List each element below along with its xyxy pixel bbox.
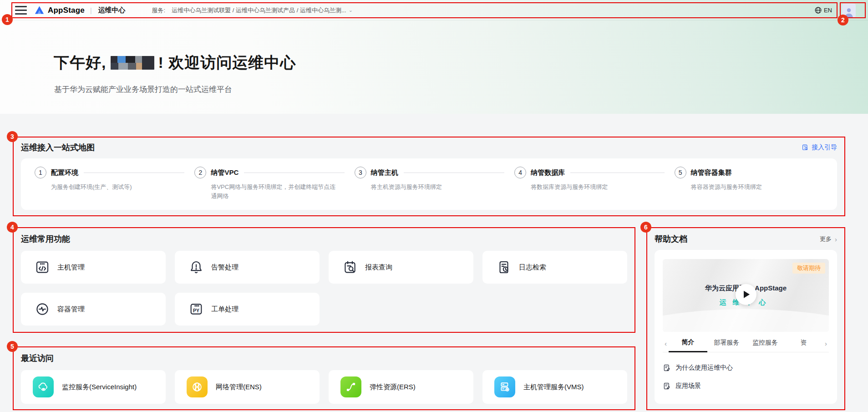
play-button[interactable]: [736, 284, 756, 305]
coming-soon-badge: 敬请期待: [792, 263, 825, 274]
tabs-scroll-right-icon[interactable]: ›: [823, 340, 829, 351]
access-guide-link[interactable]: 接入引导: [802, 143, 837, 152]
page-hero-area: 1 AppStage | 运维中心 服务: 运维中心乌兰测试联盟 / 运维中心乌…: [0, 0, 868, 114]
onboarding-steps: 1 配置环境 为服务创建环境(生产、测试等) 2 纳管VPC 将VPC网络与服务…: [21, 158, 837, 210]
service-breadcrumb[interactable]: 运维中心乌兰测试联盟 / 运维中心乌兰测试产品 / 运维中心乌兰测... ⌄: [172, 6, 353, 15]
card-alarm-handling[interactable]: 告警处理: [175, 251, 320, 284]
container-pulse-icon: [35, 301, 50, 317]
topbar-divider: |: [90, 7, 92, 14]
tab-monitor-service[interactable]: 监控服务: [746, 339, 785, 351]
appstage-logo[interactable]: AppStage: [34, 5, 85, 15]
card-host-management[interactable]: 主机管理: [21, 251, 166, 284]
top-navigation-bar: 1 AppStage | 运维中心 服务: 运维中心乌兰测试联盟 / 运维中心乌…: [0, 0, 868, 20]
main-content: 3 运维接入一站式地图 接入引导 1 配置环境 为服务创建环境(生产、测试等): [0, 114, 868, 410]
onboarding-map-title: 运维接入一站式地图: [21, 142, 95, 153]
monitor-cloud-eye-icon: [33, 376, 54, 397]
doc-edit-icon: [663, 382, 671, 390]
greeting-suffix: ! 欢迎访问运维中心: [158, 52, 296, 73]
help-docs-card: 敬请期待 华为云应用平台 AppStage 运维中心 ‹ 简介 部署服务 监控服…: [655, 250, 837, 404]
svg-text:PY: PY: [193, 308, 199, 313]
tab-intro[interactable]: 简介: [669, 338, 707, 352]
language-switcher[interactable]: EN: [814, 6, 832, 14]
annotation-box-3: 3 运维接入一站式地图 接入引导 1 配置环境 为服务创建环境(生产、测试等): [13, 137, 845, 216]
card-log-search[interactable]: 日志检索: [482, 251, 627, 284]
annotation-badge-3: 3: [7, 131, 18, 142]
brand-name: AppStage: [48, 6, 85, 15]
step-number: 2: [194, 167, 206, 178]
host-management-icon: [35, 259, 50, 275]
greeting-prefix: 下午好,: [54, 52, 106, 73]
help-more-link[interactable]: 更多 ›: [820, 235, 837, 243]
card-container-management[interactable]: 容器管理: [21, 293, 166, 326]
annotation-box-4: 4 运维常用功能 主机管理: [13, 227, 635, 333]
step-manage-database: 4 纳管数据库 将数据库资源与服务环境绑定: [514, 167, 674, 201]
step-configure-env: 1 配置环境 为服务创建环境(生产、测试等): [35, 167, 194, 201]
common-functions-title: 运维常用功能: [21, 234, 70, 244]
welcome-section: 下午好, ! 欢迎访问运维中心 基于华为云赋能产业业务场景打造的一站式运维平台: [0, 20, 868, 95]
language-label: EN: [824, 7, 832, 14]
step-number: 1: [35, 167, 46, 178]
step-connector: [244, 173, 345, 173]
service-label: 服务:: [152, 6, 166, 15]
annotation-box-6: 6 帮助文档 更多 › 敬请期待 华为云应用平台 AppStage 运维中心 ‹…: [646, 227, 845, 410]
step-manage-host: 3 纳管主机 将主机资源与服务环境绑定: [355, 167, 514, 201]
annotation-badge-6: 6: [640, 222, 651, 233]
censored-user-name: [111, 56, 154, 70]
globe-icon: [814, 6, 822, 14]
product-title: 运维中心: [98, 6, 126, 15]
tabs-scroll-left-icon[interactable]: ‹: [663, 340, 669, 351]
annotation-box-2: 2: [840, 2, 866, 18]
chevron-right-icon: ›: [835, 235, 837, 243]
annotation-box-5: 5 最近访问 监控服务(ServiceInsight): [13, 346, 635, 410]
help-tabs: ‹ 简介 部署服务 监控服务 资 ›: [663, 338, 829, 352]
network-globe-icon: [187, 376, 208, 397]
server-gear-icon: [494, 376, 515, 397]
appstage-logo-icon: [34, 5, 45, 15]
doc-edit-icon: [663, 364, 671, 372]
step-number: 5: [675, 167, 686, 178]
step-manage-container: 5 纳管容器集群 将容器资源与服务环境绑定: [675, 167, 834, 201]
step-connector: [404, 173, 504, 173]
ticket-py-icon: PY: [188, 301, 204, 317]
play-icon: [744, 291, 750, 298]
welcome-heading: 下午好, ! 欢迎访问运维中心: [54, 52, 868, 73]
annotation-badge-2: 2: [838, 15, 848, 25]
help-docs-title: 帮助文档: [655, 234, 687, 244]
link-application-scenarios[interactable]: 应用场景: [663, 377, 829, 395]
step-number: 4: [514, 167, 526, 178]
card-elastic-resource[interactable]: 弹性资源(ERS): [329, 370, 473, 404]
tab-deploy-service[interactable]: 部署服务: [707, 339, 746, 351]
elastic-cable-icon: [340, 376, 361, 397]
chevron-down-icon: ⌄: [349, 7, 353, 13]
card-monitor-service[interactable]: 监控服务(ServiceInsight): [21, 370, 166, 404]
step-connector: [570, 173, 664, 173]
card-report-query[interactable]: 报表查询: [329, 251, 473, 284]
tab-resources-truncated[interactable]: 资: [784, 339, 823, 351]
card-network-management[interactable]: 网络管理(ENS): [175, 370, 320, 404]
report-query-icon: [342, 259, 358, 275]
log-search-icon: [496, 259, 512, 275]
step-connector: [84, 173, 184, 173]
menu-hamburger-icon[interactable]: [15, 6, 27, 15]
welcome-subtitle: 基于华为云赋能产业业务场景打造的一站式运维平台: [54, 84, 868, 95]
annotation-box-1: 1 AppStage | 运维中心 服务: 运维中心乌兰测试联盟 / 运维中心乌…: [11, 2, 838, 18]
alarm-bell-icon: [188, 259, 204, 275]
access-guide-label: 接入引导: [812, 143, 837, 152]
recent-visits-title: 最近访问: [21, 354, 54, 363]
card-host-management-service[interactable]: 主机管理服务(VMS): [482, 370, 627, 404]
link-why-use-ops-center[interactable]: 为什么使用运维中心: [663, 359, 829, 377]
guide-doc-icon: [802, 144, 809, 151]
breadcrumb-text: 运维中心乌兰测试联盟 / 运维中心乌兰测试产品 / 运维中心乌兰测...: [172, 6, 346, 15]
annotation-badge-4: 4: [7, 222, 18, 233]
service-breadcrumb-group: 服务: 运维中心乌兰测试联盟 / 运维中心乌兰测试产品 / 运维中心乌兰测...…: [152, 6, 353, 15]
card-ticket-handling[interactable]: PY 工单处理: [175, 293, 320, 326]
intro-video-thumbnail[interactable]: 敬请期待 华为云应用平台 AppStage 运维中心: [663, 259, 829, 332]
annotation-badge-5: 5: [7, 341, 18, 352]
step-manage-vpc: 2 纳管VPC 将VPC网络与服务环境绑定，并创建终端节点连通网络: [194, 167, 354, 201]
annotation-badge-1: 1: [2, 14, 13, 25]
step-number: 3: [355, 167, 366, 178]
